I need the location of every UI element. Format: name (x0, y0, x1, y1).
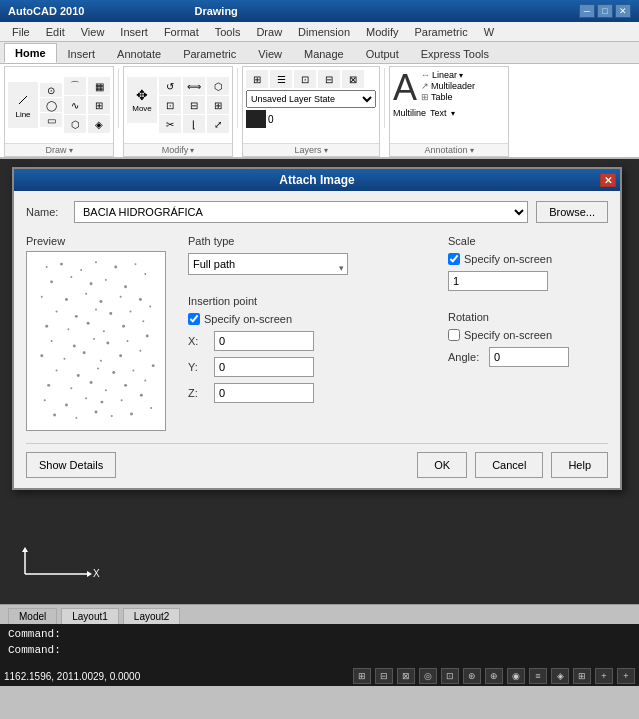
menu-format[interactable]: Format (156, 24, 207, 40)
show-details-button[interactable]: Show Details (26, 452, 116, 478)
help-button[interactable]: Help (551, 452, 608, 478)
path-type-select[interactable]: Full path Relative path No path (188, 253, 348, 275)
plus-icon[interactable]: + (617, 668, 635, 684)
separator-2 (237, 68, 238, 128)
tab-layout1[interactable]: Layout1 (61, 608, 119, 624)
svg-point-62 (85, 397, 87, 399)
otrack-icon[interactable]: ⊛ (463, 668, 481, 684)
z-label: Z: (188, 387, 208, 399)
menu-modify[interactable]: Modify (358, 24, 406, 40)
modify-btn-6[interactable]: ⌊ (183, 115, 205, 133)
layer-btn-3[interactable]: ⊡ (294, 70, 316, 88)
panel-layers-label[interactable]: Layers ▾ (243, 143, 379, 156)
svg-point-27 (109, 312, 112, 315)
insertion-specify-checkbox[interactable] (188, 313, 200, 325)
modify-btn-8[interactable]: ⊞ (207, 96, 229, 114)
modify-btn-4[interactable]: ⟺ (183, 77, 205, 95)
lineweight-icon[interactable]: ≡ (529, 668, 547, 684)
svg-point-63 (100, 401, 103, 404)
panel-modify-label[interactable]: Modify ▾ (124, 143, 232, 156)
osnap-icon[interactable]: ⊡ (441, 668, 459, 684)
maximize-button[interactable]: □ (597, 4, 613, 18)
menu-w[interactable]: W (476, 24, 502, 40)
menu-tools[interactable]: Tools (207, 24, 249, 40)
modify-btn-9[interactable]: ⤢ (207, 115, 229, 133)
y-input[interactable] (214, 357, 314, 377)
draw-btn-6[interactable]: ⬡ (64, 115, 86, 133)
layer-btn-5[interactable]: ⊠ (342, 70, 364, 88)
polar-icon[interactable]: ◎ (419, 668, 437, 684)
tab-annotate[interactable]: Annotate (106, 44, 172, 63)
draw-btn-2[interactable]: ◯ (40, 98, 62, 112)
menu-file[interactable]: File (4, 24, 38, 40)
rotation-specify-checkbox[interactable] (448, 329, 460, 341)
move-button[interactable]: ✥ Move (127, 77, 157, 123)
tab-model[interactable]: Model (8, 608, 57, 624)
angle-input[interactable] (489, 347, 569, 367)
dyn-icon[interactable]: ◉ (507, 668, 525, 684)
draw-btn-9[interactable]: ◈ (88, 115, 110, 133)
modify-btn-7[interactable]: ⬡ (207, 77, 229, 95)
ok-button[interactable]: OK (417, 452, 467, 478)
modify-btn-1[interactable]: ↺ (159, 77, 181, 95)
draw-btn-1[interactable]: ⊙ (40, 83, 62, 97)
x-input[interactable] (214, 331, 314, 351)
modify-btn-2[interactable]: ⊡ (159, 96, 181, 114)
svg-point-7 (60, 263, 63, 266)
z-input[interactable] (214, 383, 314, 403)
svg-marker-74 (22, 547, 28, 552)
svg-point-50 (97, 368, 99, 370)
tab-home[interactable]: Home (4, 43, 57, 63)
tab-manage[interactable]: Manage (293, 44, 355, 63)
panel-annotation-label[interactable]: Annotation ▾ (390, 143, 508, 156)
draw-btn-5[interactable]: ∿ (64, 96, 86, 114)
qp-icon[interactable]: ◈ (551, 668, 569, 684)
dialog-content: Preview ···· ···· ···· ···· ··· ·· ···· … (26, 235, 608, 431)
dialog-close-button[interactable]: ✕ (600, 173, 616, 187)
layer-btn-4[interactable]: ⊟ (318, 70, 340, 88)
text-icon[interactable]: A (393, 70, 417, 106)
cancel-button[interactable]: Cancel (475, 452, 543, 478)
browse-button[interactable]: Browse... (536, 201, 608, 223)
menu-dimension[interactable]: Dimension (290, 24, 358, 40)
tab-layout2[interactable]: Layout2 (123, 608, 181, 624)
dialog-buttons: Show Details OK Cancel Help (26, 443, 608, 478)
modify-btn-3[interactable]: ✂ (159, 115, 181, 133)
app-title: AutoCAD 2010 Drawing (8, 5, 238, 17)
menu-view[interactable]: View (73, 24, 113, 40)
ortho-icon[interactable]: ⊠ (397, 668, 415, 684)
layer-state-select[interactable]: Unsaved Layer State (246, 90, 376, 108)
menu-edit[interactable]: Edit (38, 24, 73, 40)
tab-output[interactable]: Output (355, 44, 410, 63)
grid-icon[interactable]: ⊟ (375, 668, 393, 684)
name-select[interactable]: BACIA HIDROGRÁFICA (74, 201, 528, 223)
zoom-icon[interactable]: + (595, 668, 613, 684)
draw-btn-4[interactable]: ⌒ (64, 77, 86, 95)
layer-btn-1[interactable]: ⊞ (246, 70, 268, 88)
tab-parametric[interactable]: Parametric (172, 44, 247, 63)
menu-draw[interactable]: Draw (248, 24, 290, 40)
tab-insert[interactable]: Insert (57, 44, 107, 63)
scale-input[interactable] (448, 271, 548, 291)
panel-draw-label[interactable]: Draw ▾ (5, 143, 113, 156)
svg-point-6 (46, 266, 48, 268)
menu-insert[interactable]: Insert (112, 24, 156, 40)
draw-btn-7[interactable]: ▦ (88, 77, 110, 95)
scale-specify-checkbox[interactable] (448, 253, 460, 265)
rotation-section: Rotation Specify on-screen Angle: (448, 311, 608, 367)
svg-point-34 (122, 325, 125, 328)
draw-btn-3[interactable]: ▭ (40, 113, 62, 127)
close-button[interactable]: ✕ (615, 4, 631, 18)
line-button[interactable]: ⟋ Line (8, 82, 38, 128)
tab-express-tools[interactable]: Express Tools (410, 44, 500, 63)
modify-btn-5[interactable]: ⊟ (183, 96, 205, 114)
sc-icon[interactable]: ⊞ (573, 668, 591, 684)
draw-btn-8[interactable]: ⊞ (88, 96, 110, 114)
menu-parametric[interactable]: Parametric (406, 24, 475, 40)
tab-view[interactable]: View (247, 44, 293, 63)
layer-btn-2[interactable]: ☰ (270, 70, 292, 88)
snap-icon[interactable]: ⊞ (353, 668, 371, 684)
layer-color[interactable] (246, 110, 266, 128)
minimize-button[interactable]: ─ (579, 4, 595, 18)
ucs-icon[interactable]: ⊕ (485, 668, 503, 684)
